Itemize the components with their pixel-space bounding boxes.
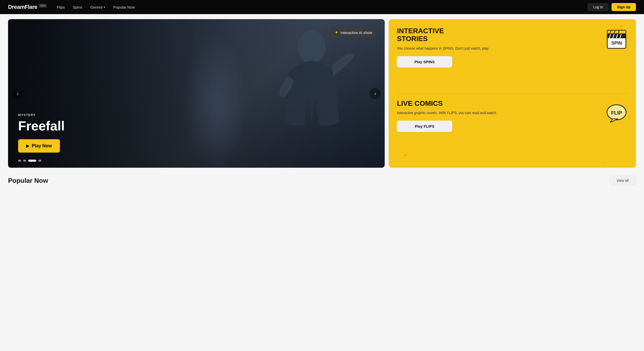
play-flips-button[interactable]: Play FLIPS [397, 121, 452, 132]
interactive-stories-desc: You choose what happens in SPINS. Don't … [397, 46, 601, 51]
play-spins-button[interactable]: Play SPINS [397, 56, 452, 67]
popular-now-title: Popular Now [8, 177, 48, 185]
interactive-stories-section: INTERACTIVESTORIES You choose what happe… [397, 27, 628, 87]
carousel-dot-4[interactable] [38, 160, 41, 162]
nav-actions: Log In Sign Up [588, 3, 636, 11]
nav-spins[interactable]: Spins [73, 5, 82, 9]
carousel-next-button[interactable]: › [370, 88, 381, 99]
flip-speech-bubble-icon: FLIP [605, 102, 628, 124]
play-now-label: Play Now [32, 143, 52, 149]
star-decoration-3: ✦ [628, 115, 631, 119]
login-button[interactable]: Log In [588, 3, 609, 11]
live-comics-title: LIVE COMICS [397, 100, 601, 108]
main-content: ✦ Interactive AI show ‹ › MYSTERY Freefa… [0, 14, 644, 198]
nav-genres[interactable]: Genres ▾ [90, 5, 105, 9]
ai-badge-text: Interactive AI show [340, 30, 372, 35]
logo-text: DreamFlare [8, 4, 37, 10]
nav-links: Flips Spins Genres ▾ Popular Now [57, 5, 588, 9]
hero-section: ✦ Interactive AI show ‹ › MYSTERY Freefa… [8, 19, 636, 168]
logo[interactable]: DreamFlare beta [8, 4, 47, 10]
carousel-prev-button[interactable]: ‹ [12, 88, 23, 99]
spin-clapperboard-icon: SPIN [605, 28, 628, 51]
svg-text:FLIP: FLIP [611, 110, 622, 116]
beta-badge: beta [39, 4, 47, 8]
section-header: Popular Now View all [8, 176, 636, 185]
navbar: DreamFlare beta Flips Spins Genres ▾ Pop… [0, 0, 644, 14]
show-genre: MYSTERY [18, 113, 65, 117]
svg-text:SPIN: SPIN [611, 41, 622, 46]
play-icon: ▶ [26, 144, 29, 148]
carousel-dot-1[interactable] [18, 160, 21, 162]
carousel-dot-3[interactable] [28, 160, 36, 162]
interactive-stories-title: INTERACTIVESTORIES [397, 27, 601, 43]
right-panel: ✦ ✦ ✦ ✦ ✦ INTERACTIVESTORIES You choose … [389, 19, 636, 168]
svg-marker-13 [610, 119, 618, 122]
signup-button[interactable]: Sign Up [612, 3, 636, 11]
carousel-dot-2[interactable] [23, 160, 26, 162]
play-now-button[interactable]: ▶ Play Now [18, 139, 60, 153]
panel-divider [397, 93, 628, 94]
hero-carousel: ✦ Interactive AI show ‹ › MYSTERY Freefa… [8, 19, 385, 168]
star-decoration-2: ✦ [393, 27, 395, 31]
ai-badge: ✦ Interactive AI show [330, 27, 377, 38]
genres-chevron-icon: ▾ [104, 6, 105, 9]
popular-section: Popular Now View all [8, 176, 636, 185]
nav-popular-now[interactable]: Popular Now [113, 5, 135, 9]
carousel-content: MYSTERY Freefall ▶ Play Now [18, 113, 65, 153]
live-comics-desc: Interactive graphic novels. With FLIPS, … [397, 110, 601, 116]
live-comics-section: LIVE COMICS Interactive graphic novels. … [397, 100, 628, 160]
carousel-dots [18, 160, 41, 162]
star-decoration-5: ✦ [604, 161, 606, 164]
view-all-button[interactable]: View all [609, 176, 636, 185]
sparkle-icon: ✦ [335, 30, 338, 35]
show-title: Freefall [18, 119, 65, 133]
nav-flips[interactable]: Flips [57, 5, 65, 9]
